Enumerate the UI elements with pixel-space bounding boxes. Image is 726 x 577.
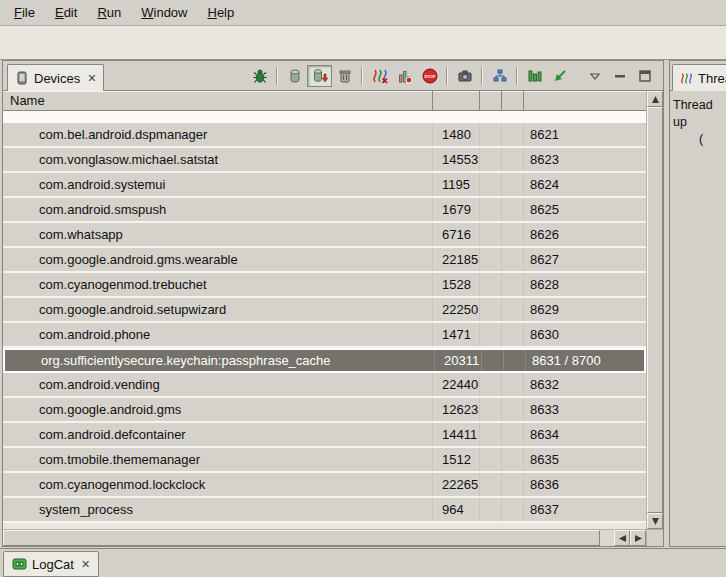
start-method-profiling-icon[interactable] <box>392 65 417 87</box>
partial-row <box>3 111 646 123</box>
cell-pid: 1528 <box>433 273 480 296</box>
devices-tab-label: Devices <box>34 71 80 86</box>
toolbar-separator <box>446 67 448 85</box>
logcat-tab-icon <box>12 557 27 571</box>
cell-empty <box>502 223 524 246</box>
cell-port: 8633 <box>524 398 646 421</box>
column-header-3[interactable] <box>502 91 524 110</box>
table-row[interactable]: com.tmobile.thememanager15128635 <box>3 448 646 473</box>
table-row[interactable]: com.cyanogenmod.trebuchet15288628 <box>3 273 646 298</box>
cell-empty <box>502 148 524 171</box>
table-row[interactable]: com.google.android.gms126238633 <box>3 398 646 423</box>
vertical-scrollbar[interactable] <box>646 91 663 529</box>
cause-gc-icon[interactable] <box>332 65 357 87</box>
cell-port: 8636 <box>524 473 646 496</box>
maximize-icon[interactable] <box>632 65 657 87</box>
stop-label: STOP <box>424 74 436 79</box>
main-toolbar <box>0 26 726 60</box>
cell-pid: 1679 <box>433 198 480 221</box>
tab-threads[interactable]: Threads <box>672 64 726 91</box>
column-header-port[interactable] <box>524 91 646 110</box>
devices-panel: Devices ✕ <box>2 60 664 547</box>
scroll-right-icon[interactable] <box>630 530 646 546</box>
cell-port: 8624 <box>524 173 646 196</box>
cell-name: com.whatsapp <box>3 223 433 246</box>
cell-empty <box>480 398 502 421</box>
cell-empty <box>480 248 502 271</box>
cell-pid: 14411 <box>433 423 480 446</box>
tab-logcat[interactable]: LogCat ✕ <box>3 551 99 577</box>
table-row[interactable]: org.sufficientlysecure.keychain:passphra… <box>3 348 646 373</box>
cell-port: 8625 <box>524 198 646 221</box>
screen-capture-icon[interactable] <box>452 65 477 87</box>
menu-run[interactable]: Run <box>87 0 131 25</box>
cell-empty <box>502 298 524 321</box>
cell-empty <box>502 123 524 146</box>
horizontal-scroll-track[interactable] <box>3 530 614 546</box>
update-heap-icon[interactable] <box>282 65 307 87</box>
threads-tab-icon <box>680 72 693 85</box>
cell-port: 8628 <box>524 273 646 296</box>
cell-empty <box>502 398 524 421</box>
menubar: File Edit Run Window Help <box>0 0 726 26</box>
cell-port: 8637 <box>524 498 646 521</box>
table-row[interactable]: com.android.vending224408632 <box>3 373 646 398</box>
dump-view-hierarchy-icon[interactable] <box>487 65 512 87</box>
cell-name: com.android.smspush <box>3 198 433 221</box>
table-row[interactable]: com.android.smspush16798625 <box>3 198 646 223</box>
cell-empty <box>480 448 502 471</box>
menu-file[interactable]: File <box>4 0 45 25</box>
cell-empty <box>480 473 502 496</box>
cell-empty <box>502 273 524 296</box>
table-row[interactable]: com.vonglasow.michael.satstat145538623 <box>3 148 646 173</box>
horizontal-scroll-thumb[interactable] <box>3 530 600 546</box>
toolbar-separator <box>481 67 483 85</box>
cell-empty <box>502 198 524 221</box>
cell-name: com.android.phone <box>3 323 433 346</box>
opengl-trace-icon[interactable] <box>547 65 572 87</box>
scroll-left-icon[interactable] <box>614 530 630 546</box>
vertical-scroll-thumb[interactable] <box>647 107 663 513</box>
column-header-pid[interactable] <box>433 91 480 110</box>
table-row[interactable]: com.android.defcontainer144118634 <box>3 423 646 448</box>
table-header: Name <box>3 91 646 111</box>
scroll-up-icon[interactable] <box>647 91 663 107</box>
menu-window[interactable]: Window <box>131 0 197 25</box>
column-header-2[interactable] <box>480 91 502 110</box>
systrace-icon[interactable] <box>522 65 547 87</box>
close-icon[interactable]: ✕ <box>79 558 90 571</box>
process-table-body: com.bel.android.dspmanager14808621com.vo… <box>3 123 646 523</box>
table-row[interactable]: com.google.android.setupwizard222508629 <box>3 298 646 323</box>
table-row[interactable]: com.bel.android.dspmanager14808621 <box>3 123 646 148</box>
stop-process-icon[interactable]: STOP <box>417 65 442 87</box>
cell-name: com.cyanogenmod.trebuchet <box>3 273 433 296</box>
view-menu-icon[interactable] <box>582 65 607 87</box>
close-icon[interactable]: ✕ <box>85 72 96 85</box>
table-row[interactable]: com.android.phone14718630 <box>3 323 646 348</box>
table-row[interactable]: com.google.android.gms.wearable221858627 <box>3 248 646 273</box>
table-row[interactable]: com.cyanogenmod.lockclock222658636 <box>3 473 646 498</box>
cell-pid: 964 <box>433 498 480 521</box>
table-row[interactable]: system_process9648637 <box>3 498 646 523</box>
table-row[interactable]: com.android.systemui11958624 <box>3 173 646 198</box>
menu-edit[interactable]: Edit <box>45 0 87 25</box>
table-row[interactable]: com.whatsapp67168626 <box>3 223 646 248</box>
debug-process-icon[interactable] <box>247 65 272 87</box>
dump-hprof-icon[interactable] <box>307 65 332 87</box>
cell-port: 8630 <box>524 323 646 346</box>
cell-empty <box>480 423 502 446</box>
scroll-down-icon[interactable] <box>647 513 663 529</box>
cell-empty <box>502 473 524 496</box>
cell-name: com.google.android.gms <box>3 398 433 421</box>
tab-devices[interactable]: Devices ✕ <box>7 64 104 91</box>
cell-pid: 14553 <box>433 148 480 171</box>
minimize-icon[interactable] <box>607 65 632 87</box>
menu-help[interactable]: Help <box>197 0 244 25</box>
cell-empty <box>482 350 504 371</box>
toolbar-separator <box>516 67 518 85</box>
cell-name: com.google.android.gms.wearable <box>3 248 433 271</box>
horizontal-scrollbar[interactable] <box>3 529 646 546</box>
cell-pid: 22250 <box>433 298 480 321</box>
column-header-name[interactable]: Name <box>3 91 433 110</box>
update-threads-icon[interactable] <box>367 65 392 87</box>
